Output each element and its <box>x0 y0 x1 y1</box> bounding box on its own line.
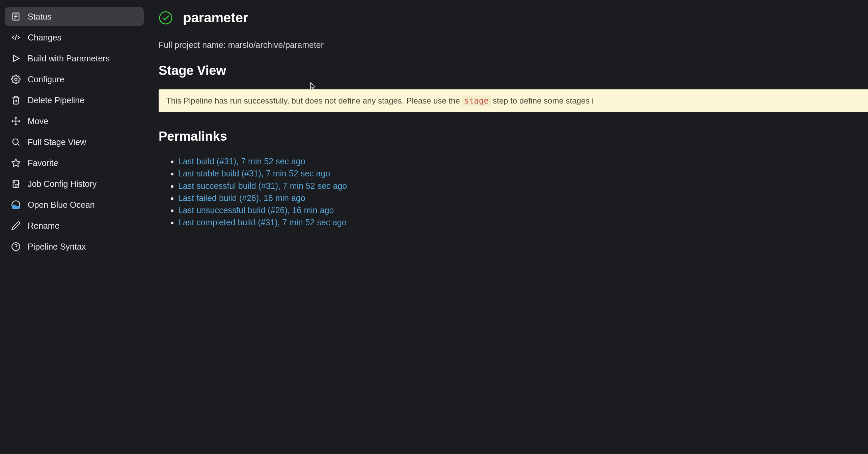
sidebar-item-changes[interactable]: Changes <box>5 28 144 47</box>
list-item: Last unsuccessful build (#26), 16 min ag… <box>178 204 868 216</box>
permalink-last-successful[interactable]: Last successful build (#31), 7 min 52 se… <box>178 181 347 191</box>
sidebar-item-build[interactable]: Build with Parameters <box>5 49 144 68</box>
stage-view-heading: Stage View <box>159 63 868 78</box>
sidebar-item-move[interactable]: Move <box>5 111 144 131</box>
list-item: Last build (#31), 7 min 52 sec ago <box>178 155 868 167</box>
edit-icon <box>11 221 21 231</box>
page-title: parameter <box>183 10 248 25</box>
permalink-last-failed[interactable]: Last failed build (#26), 16 min ago <box>178 193 305 203</box>
sidebar-item-delete[interactable]: Delete Pipeline <box>5 90 144 110</box>
info-text-pre: This Pipeline has run successfully, but … <box>166 96 462 105</box>
sidebar-item-label: Delete Pipeline <box>28 95 84 105</box>
permalink-last-unsuccessful[interactable]: Last unsuccessful build (#26), 16 min ag… <box>178 205 334 215</box>
permalinks-heading: Permalinks <box>159 129 868 144</box>
sidebar-item-blueocean[interactable]: Open Blue Ocean <box>5 195 144 215</box>
code-icon <box>11 32 21 42</box>
svg-point-6 <box>15 78 17 81</box>
sidebar-item-syntax[interactable]: Pipeline Syntax <box>5 237 144 256</box>
sidebar-item-label: Status <box>28 12 52 22</box>
info-text-post: step to define some stages i <box>493 96 594 105</box>
help-icon <box>11 242 21 252</box>
sidebar-item-status[interactable]: Status <box>5 7 144 26</box>
sidebar-item-label: Rename <box>28 221 60 231</box>
sidebar-item-label: Open Blue Ocean <box>28 200 95 210</box>
page-header: parameter <box>159 10 868 25</box>
list-item: Last failed build (#26), 16 min ago <box>178 192 868 204</box>
move-icon <box>11 116 21 126</box>
star-icon <box>11 158 21 168</box>
sidebar-item-favorite[interactable]: Favorite <box>5 153 144 173</box>
sidebar-item-label: Configure <box>28 75 64 84</box>
sidebar-item-label: Favorite <box>28 158 58 168</box>
svg-line-10 <box>18 144 19 145</box>
sidebar-item-configure[interactable]: Configure <box>5 69 144 89</box>
permalink-last-stable[interactable]: Last stable build (#31), 7 min 52 sec ag… <box>178 169 330 178</box>
sidebar-item-label: Pipeline Syntax <box>28 242 86 252</box>
full-project-name: Full project name: marslo/archive/parame… <box>159 40 868 50</box>
list-item: Last successful build (#31), 7 min 52 se… <box>178 180 868 192</box>
trash-icon <box>11 95 21 105</box>
svg-marker-5 <box>13 55 19 62</box>
sidebar-item-label: Move <box>28 116 48 126</box>
svg-line-4 <box>15 35 17 40</box>
gear-icon <box>11 74 21 84</box>
list-item: Last completed build (#31), 7 min 52 sec… <box>178 216 868 228</box>
sidebar-item-label: Build with Parameters <box>28 54 110 63</box>
svg-marker-11 <box>12 159 20 166</box>
permalink-last-completed[interactable]: Last completed build (#31), 7 min 52 sec… <box>178 218 347 227</box>
search-icon <box>11 137 21 147</box>
main-content: parameter Full project name: marslo/arch… <box>148 0 868 454</box>
info-code: stage <box>462 95 490 106</box>
permalink-last-build[interactable]: Last build (#31), 7 min 52 sec ago <box>178 157 305 166</box>
svg-point-19 <box>160 11 172 24</box>
sidebar-item-label: Changes <box>28 33 61 42</box>
sidebar-item-fullstage[interactable]: Full Stage View <box>5 132 144 152</box>
document-icon <box>11 11 21 22</box>
svg-point-9 <box>13 139 18 144</box>
play-icon <box>11 53 21 63</box>
history-icon <box>11 179 21 189</box>
sidebar: Status Changes Build with Parameters Con… <box>0 0 148 454</box>
sidebar-item-label: Full Stage View <box>28 137 86 147</box>
sidebar-item-jobconfig[interactable]: Job Config History <box>5 174 144 194</box>
svg-point-13 <box>14 182 15 182</box>
list-item: Last stable build (#31), 7 min 52 sec ag… <box>178 167 868 179</box>
permalinks-section: Permalinks Last build (#31), 7 min 52 se… <box>159 129 868 229</box>
sidebar-item-rename[interactable]: Rename <box>5 216 144 235</box>
blueocean-icon <box>11 200 21 210</box>
success-status-icon <box>159 11 173 25</box>
sidebar-item-label: Job Config History <box>28 179 97 189</box>
stage-info-notice: This Pipeline has run successfully, but … <box>159 89 868 112</box>
